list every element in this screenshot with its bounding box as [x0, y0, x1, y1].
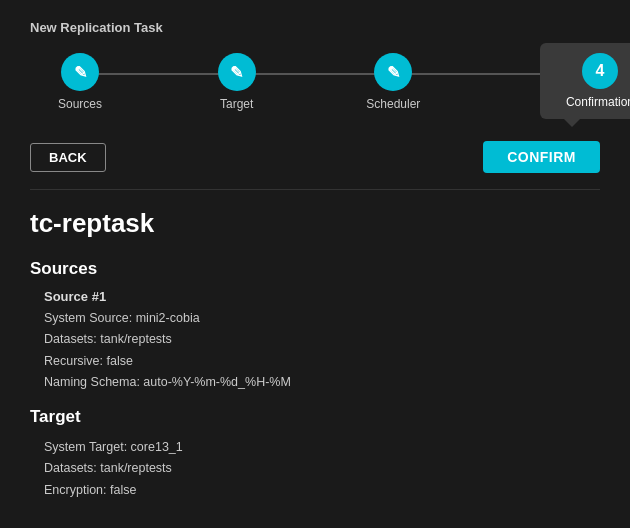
step-tooltip-label: Confirmation: [554, 95, 630, 109]
step-label-sources: Sources: [58, 97, 102, 111]
source-info: System Source: mini2-cobia Datasets: tan…: [44, 308, 600, 393]
source-subsection-heading: Source #1: [44, 289, 600, 304]
stepper-line: [90, 73, 540, 75]
source-recursive: Recursive: false: [44, 351, 600, 372]
step-number-confirmation: 4: [582, 53, 618, 89]
target-heading: Target: [30, 407, 600, 427]
content-area: tc-reptask Sources Source #1 System Sour…: [30, 208, 600, 501]
page-title: New Replication Task: [30, 20, 600, 35]
task-name: tc-reptask: [30, 208, 600, 239]
check-icon-target: ✎: [230, 63, 243, 82]
source-naming: Naming Schema: auto-%Y-%m-%d_%H-%M: [44, 372, 600, 393]
source-system: System Source: mini2-cobia: [44, 308, 600, 329]
step-circle-sources: ✎: [61, 53, 99, 91]
step-target: ✎ Target: [187, 53, 287, 111]
target-info: System Target: core13_1 Datasets: tank/r…: [44, 437, 600, 501]
step-label-scheduler: Scheduler: [366, 97, 420, 111]
step-sources: ✎ Sources: [30, 53, 130, 111]
step-label-target: Target: [220, 97, 253, 111]
check-icon: ✎: [74, 63, 87, 82]
target-section: Target System Target: core13_1 Datasets:…: [30, 407, 600, 501]
step-circle-target: ✎: [218, 53, 256, 91]
stepper: ✎ Sources ✎ Target ✎ Scheduler 4 Confirm…: [30, 53, 600, 111]
target-encryption: Encryption: false: [44, 480, 600, 501]
check-icon-scheduler: ✎: [387, 63, 400, 82]
step-scheduler: ✎ Scheduler: [343, 53, 443, 111]
step-circle-scheduler: ✎: [374, 53, 412, 91]
sources-heading: Sources: [30, 259, 600, 279]
target-datasets: Datasets: tank/reptests: [44, 458, 600, 479]
target-system: System Target: core13_1: [44, 437, 600, 458]
footer-buttons: BACK CONFIRM: [30, 131, 600, 190]
back-button[interactable]: BACK: [30, 143, 106, 172]
source-datasets: Datasets: tank/reptests: [44, 329, 600, 350]
confirm-button[interactable]: CONFIRM: [483, 141, 600, 173]
active-step-tooltip: 4 Confirmation: [540, 43, 630, 119]
